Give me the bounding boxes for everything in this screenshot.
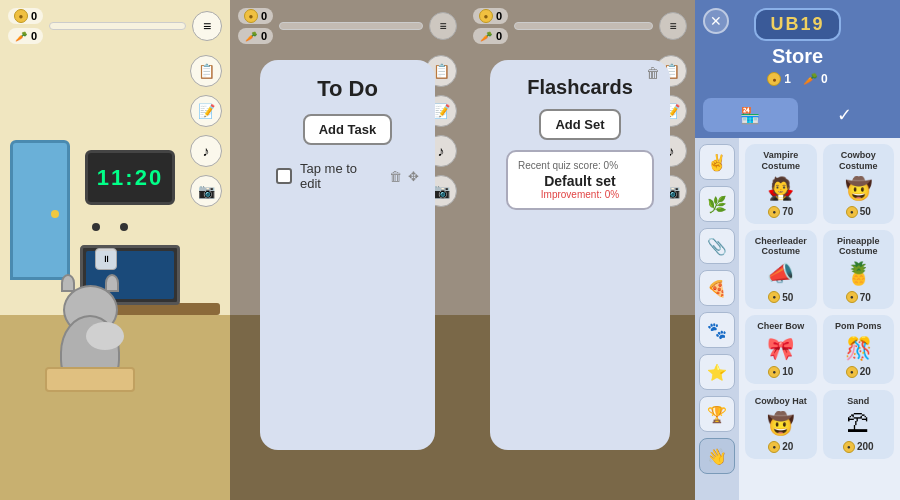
todo-coin: ● 0 xyxy=(238,8,273,24)
move-icon[interactable]: ✥ xyxy=(408,169,419,184)
door-knob xyxy=(51,210,59,218)
item-cheer-bow-icon: 🎀 xyxy=(761,334,801,364)
task-row: Tap me to edit 🗑 ✥ xyxy=(276,157,419,195)
todo-carrot-count: 0 xyxy=(261,30,267,42)
store-sidebar-hand[interactable]: ✌ xyxy=(699,144,735,180)
store-item-cheerleader[interactable]: Cheerleader Costume 📣 ● 50 xyxy=(745,230,817,310)
store-item-cowboy-hat[interactable]: Cowboy Hat 🤠 ● 20 xyxy=(745,390,817,459)
task-checkbox[interactable] xyxy=(276,168,292,184)
music-icon-button[interactable]: ♪ xyxy=(190,135,222,167)
item-pom-poms-name: Pom Poms xyxy=(835,321,882,332)
item-cheer-bow-name: Cheer Bow xyxy=(757,321,804,332)
todo-top-bar: ● 0 🥕 0 ≡ xyxy=(238,8,457,44)
price-coin-icon: ● xyxy=(846,206,858,218)
trash-icon[interactable]: 🗑 xyxy=(389,169,402,184)
carrot-display: 🥕 0 xyxy=(8,28,43,44)
door xyxy=(10,140,70,280)
carrot-icon: 🥕 xyxy=(244,29,258,43)
xp-bar xyxy=(49,22,186,30)
item-cowboy-costume-icon: 🤠 xyxy=(838,174,878,204)
home-top-bar: ● 0 🥕 0 ≡ xyxy=(8,8,222,44)
flash-carrot: 🥕 0 xyxy=(473,28,508,44)
item-pineapple-icon: 🍍 xyxy=(838,259,878,289)
menu-button[interactable]: ≡ xyxy=(192,11,222,41)
flashcards-title: Flashcards xyxy=(506,76,654,99)
store-sidebar-trophy[interactable]: 🏆 xyxy=(699,396,735,432)
price-coin-icon: ● xyxy=(846,366,858,378)
store-tabs: 🏪 ✓ xyxy=(695,92,900,138)
store-item-vampire-costume[interactable]: Vampire Costume 🧛 ● 70 xyxy=(745,144,817,224)
carrot-icon: 🥕 xyxy=(479,29,493,43)
store-items-grid: Vampire Costume 🧛 ● 70 Cowboy Costume 🤠 … xyxy=(739,138,900,500)
store-item-cheer-bow[interactable]: Cheer Bow 🎀 ● 10 xyxy=(745,315,817,384)
add-task-button[interactable]: Add Task xyxy=(303,114,393,145)
store-tab-owned[interactable]: ✓ xyxy=(798,98,893,132)
list-icon-button[interactable]: 📋 xyxy=(190,55,222,87)
store-sidebar-plant[interactable]: 🌿 xyxy=(699,186,735,222)
store-sidebar-star[interactable]: ⭐ xyxy=(699,354,735,390)
task-actions: 🗑 ✥ xyxy=(389,169,419,184)
flash-set-item[interactable]: Recent quiz score: 0% Default set Improv… xyxy=(506,150,654,210)
item-vampire-name: Vampire Costume xyxy=(751,150,811,172)
currency-display: ● 0 🥕 0 xyxy=(8,8,43,44)
belly xyxy=(86,322,124,350)
price-coin-icon: ● xyxy=(846,291,858,303)
camera-icon-button[interactable]: 📷 xyxy=(190,175,222,207)
flashcard-card: Flashcards Add Set Recent quiz score: 0%… xyxy=(490,60,670,450)
store-sidebar-clip[interactable]: 📎 xyxy=(699,228,735,264)
store-coin-icon: ● xyxy=(767,72,781,86)
todo-currency: ● 0 🥕 0 xyxy=(238,8,273,44)
store-panel: ✕ UB19 Store ● 1 🥕 0 🏪 ✓ ✌ 🌿 📎 🍕 🐾 ⭐ xyxy=(695,0,900,500)
store-currency: ● 1 🥕 0 xyxy=(767,72,827,86)
eye-left xyxy=(92,223,100,231)
price-coin-icon: ● xyxy=(768,206,780,218)
todo-xp-bar xyxy=(279,22,423,30)
sidebar-icons: 📋 📝 ♪ 📷 xyxy=(190,55,222,207)
store-sidebar-pizza[interactable]: 🍕 xyxy=(699,270,735,306)
flash-xp-bar xyxy=(514,22,653,30)
price-coin-icon: ● xyxy=(843,441,855,453)
store-item-pom-poms[interactable]: Pom Poms 🎊 ● 20 xyxy=(823,315,895,384)
store-tab-shop[interactable]: 🏪 xyxy=(703,98,798,132)
flash-carrot-count: 0 xyxy=(496,30,502,42)
carrot-count: 0 xyxy=(31,30,37,42)
item-cheerleader-name: Cheerleader Costume xyxy=(751,236,811,258)
flash-top-bar: ● 0 🥕 0 ≡ xyxy=(473,8,687,44)
store-item-cowboy-costume[interactable]: Cowboy Costume 🤠 ● 50 xyxy=(823,144,895,224)
home-panel: 11:20 ⏸ ● 0 🥕 0 xyxy=(0,0,230,500)
add-set-button[interactable]: Add Set xyxy=(539,109,620,140)
note-icon-button[interactable]: 📝 xyxy=(190,95,222,127)
flash-coin-count: 0 xyxy=(496,10,502,22)
play-pause-button[interactable]: ⏸ xyxy=(95,248,117,270)
task-label[interactable]: Tap me to edit xyxy=(300,161,381,191)
store-coin-count: 1 xyxy=(784,72,791,86)
store-carrot-count: 0 xyxy=(821,72,828,86)
item-vampire-price: ● 70 xyxy=(768,206,793,218)
todo-title: To Do xyxy=(276,76,419,102)
character xyxy=(45,300,135,410)
default-set-name: Default set xyxy=(518,173,642,189)
item-cowboy-costume-name: Cowboy Costume xyxy=(829,150,889,172)
item-cowboy-hat-price: ● 20 xyxy=(768,441,793,453)
store-item-pineapple[interactable]: Pineapple Costume 🍍 ● 70 xyxy=(823,230,895,310)
item-cowboy-hat-icon: 🤠 xyxy=(761,409,801,439)
flash-trash-icon[interactable]: 🗑 xyxy=(646,65,660,81)
todo-card: To Do Add Task Tap me to edit 🗑 ✥ xyxy=(260,60,435,450)
eye-right xyxy=(120,223,128,231)
recent-score-label: Recent quiz score: 0% xyxy=(518,160,642,171)
store-sidebar-paw[interactable]: 🐾 xyxy=(699,312,735,348)
todo-menu-button[interactable]: ≡ xyxy=(429,12,457,40)
store-sidebar-wave[interactable]: 👋 xyxy=(699,438,735,474)
item-pom-poms-price: ● 20 xyxy=(846,366,871,378)
clock: 11:20 xyxy=(85,150,175,205)
store-body: ✌ 🌿 📎 🍕 🐾 ⭐ 🏆 👋 Vampire Costume 🧛 ● 70 C… xyxy=(695,138,900,500)
store-close-button[interactable]: ✕ xyxy=(703,8,729,34)
item-cowboy-costume-price: ● 50 xyxy=(846,206,871,218)
item-sand-name: Sand xyxy=(847,396,869,407)
coin-display: ● 0 xyxy=(8,8,43,24)
store-logo: UB19 xyxy=(754,8,840,41)
store-item-sand[interactable]: Sand ⛱ ● 200 xyxy=(823,390,895,459)
item-cheer-bow-price: ● 10 xyxy=(768,366,793,378)
flash-menu-button[interactable]: ≡ xyxy=(659,12,687,40)
item-cheerleader-price: ● 50 xyxy=(768,291,793,303)
